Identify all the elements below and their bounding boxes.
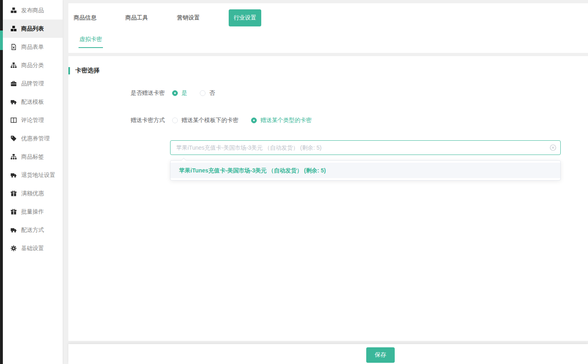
dropdown-option[interactable]: 苹果iTunes充值卡-美国市场-3美元 （自动发货） (剩余: 5) (170, 163, 560, 178)
sidebar-item-label: 商品标签 (21, 153, 44, 161)
sidebar-item-product-category[interactable]: 商品分类 (3, 56, 63, 74)
sidebar-item-label: 配送模板 (21, 98, 44, 106)
sidebar-item-publish-product[interactable]: 发布商品 (3, 1, 63, 20)
sidebar-item-label: 发布商品 (21, 7, 44, 14)
tab-product-tools[interactable]: 商品工具 (125, 14, 148, 22)
left-rail (0, 0, 3, 364)
sidebar-item-product-list[interactable]: 商品列表 (3, 20, 63, 38)
clear-input-icon[interactable] (550, 144, 556, 151)
truck-icon (11, 227, 17, 233)
radio-label: 赠送某个模板下的卡密 (181, 117, 238, 124)
radio-checked-icon[interactable] (251, 118, 257, 123)
card-type-select (170, 140, 561, 155)
cubes-icon (11, 26, 17, 32)
radio-unchecked-icon[interactable] (172, 118, 178, 123)
radio-option-by-type[interactable]: 赠送某个类型的卡密 (251, 117, 312, 124)
form-label: 是否赠送卡密 (68, 89, 165, 97)
sidebar-item-label: 批量操作 (21, 208, 44, 216)
sidebar-item-return-address[interactable]: 退货地址设置 (3, 166, 63, 184)
columns-icon (11, 117, 17, 123)
gear-icon (11, 245, 17, 251)
radio-label: 是 (181, 89, 187, 97)
sidebar-item-basic-settings[interactable]: 基础设置 (3, 239, 63, 257)
cubes-icon (11, 7, 17, 13)
radio-label: 否 (209, 89, 215, 97)
form-row-gift-method: 赠送卡密方式 赠送某个模板下的卡密 赠送某个类型的卡密 (68, 116, 324, 124)
gift-icon (11, 190, 17, 196)
sitemap-icon (11, 62, 17, 68)
radio-label: 赠送某个类型的卡密 (260, 117, 312, 124)
tabs-row: 商品信息 商品工具 营销设置 行业设置 (74, 10, 261, 26)
sidebar-item-label: 评论管理 (21, 117, 44, 124)
tag-icon (11, 135, 17, 142)
sidebar: 发布商品 商品列表 商品表单 商品分类 品牌管理 配送模板 评论管理 优惠券管理… (3, 0, 63, 364)
sidebar-item-brand-management[interactable]: 品牌管理 (3, 74, 63, 93)
sidebar-item-label: 退货地址设置 (21, 172, 55, 179)
sidebar-item-label: 品牌管理 (21, 80, 44, 87)
sidebar-item-full-discount[interactable]: 满额优惠 (3, 184, 63, 203)
rail-scroll-indicator (0, 31, 3, 50)
tab-marketing-settings[interactable]: 营销设置 (177, 14, 200, 22)
radio-unchecked-icon[interactable] (200, 90, 205, 96)
sidebar-item-review-management[interactable]: 评论管理 (3, 111, 63, 129)
sidebar-item-label: 商品分类 (21, 62, 44, 69)
tab-industry-settings[interactable]: 行业设置 (229, 9, 261, 26)
form-label: 赠送卡密方式 (68, 117, 165, 124)
sidebar-item-label: 商品表单 (21, 44, 44, 51)
content-card: 卡密选择 是否赠送卡密 是 否 赠送卡密方式 赠送某个模板下的卡密 赠送某个类 (68, 56, 588, 341)
sidebar-item-label: 满额优惠 (21, 190, 44, 197)
sidebar-item-product-form[interactable]: 商品表单 (3, 38, 63, 56)
tabs-card: 商品信息 商品工具 营销设置 行业设置 虚拟卡密 (68, 3, 588, 53)
radio-checked-icon[interactable] (172, 90, 178, 96)
sidebar-item-label: 配送方式 (21, 227, 44, 234)
radio-option-no[interactable]: 否 (200, 89, 215, 97)
radio-option-yes[interactable]: 是 (172, 89, 187, 97)
section-accent-bar (68, 67, 70, 74)
sidebar-item-product-tags[interactable]: 商品标签 (3, 148, 63, 166)
save-button[interactable]: 保存 (366, 347, 395, 363)
radio-option-by-template[interactable]: 赠送某个模板下的卡密 (172, 117, 238, 124)
section-title: 卡密选择 (75, 67, 100, 74)
briefcase-icon (11, 81, 17, 87)
card-type-select-input[interactable] (170, 140, 561, 155)
file-icon (11, 44, 17, 50)
sidebar-item-shipping-method[interactable]: 配送方式 (3, 221, 63, 239)
gift-icon (11, 209, 17, 215)
form-row-gift-card: 是否赠送卡密 是 否 (68, 89, 227, 97)
card-type-dropdown: 苹果iTunes充值卡-美国市场-3美元 （自动发货） (剩余: 5) (170, 160, 561, 181)
dropdown-caret (181, 158, 186, 163)
truck-icon (11, 172, 17, 178)
truck-icon (11, 99, 17, 105)
sidebar-item-coupon-management[interactable]: 优惠券管理 (3, 129, 63, 148)
sidebar-item-label: 基础设置 (21, 245, 44, 252)
main-area: 商品信息 商品工具 营销设置 行业设置 虚拟卡密 卡密选择 是否赠送卡密 是 否 (68, 3, 588, 341)
footer-bar: 保存 (68, 344, 588, 364)
sidebar-item-label: 商品列表 (21, 25, 44, 33)
sidebar-item-batch-operations[interactable]: 批量操作 (3, 203, 63, 221)
sidebar-item-label: 优惠券管理 (21, 135, 50, 142)
subtab-virtual-card[interactable]: 虚拟卡密 (79, 36, 103, 48)
sitemap-icon (11, 154, 17, 160)
sidebar-item-shipping-template[interactable]: 配送模板 (3, 93, 63, 111)
tab-product-info[interactable]: 商品信息 (74, 14, 96, 22)
section-header: 卡密选择 (68, 67, 100, 74)
